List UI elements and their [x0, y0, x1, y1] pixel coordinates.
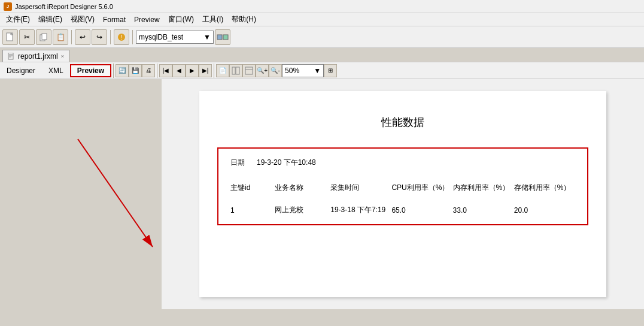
- subtab-designer-label: Designer: [7, 67, 35, 75]
- title-bar: J Jaspersoft iReport Designer 5.6.0: [0, 0, 644, 13]
- app-logo: J: [4, 2, 12, 11]
- page-layout-button[interactable]: [229, 64, 242, 77]
- menu-window[interactable]: 窗口(W): [165, 13, 198, 26]
- svg-text:!: !: [121, 34, 123, 41]
- subtab-xml-label: XML: [48, 67, 63, 75]
- separator-6: [214, 64, 214, 78]
- new-button[interactable]: [2, 29, 18, 45]
- logo-icon: J: [7, 4, 9, 9]
- subtab-preview[interactable]: Preview: [70, 64, 111, 77]
- menu-file[interactable]: 文件(E): [2, 13, 34, 26]
- cell-time-0: 19-3-18 下午7:19: [330, 205, 391, 215]
- tab-bar: report1.jrxml ×: [0, 48, 644, 62]
- app-title: Jaspersoft iReport Designer 5.6.0: [15, 3, 113, 10]
- last-page-button[interactable]: ▶|: [199, 64, 212, 77]
- cell-id-0: 1: [230, 206, 275, 215]
- menu-bar: 文件(E) 编辑(E) 视图(V) Format Preview 窗口(W) 工…: [0, 13, 644, 26]
- db-connect-button[interactable]: [215, 29, 230, 45]
- zoom-in-button[interactable]: 🔍+: [256, 64, 269, 77]
- refresh-button[interactable]: 🔄: [116, 64, 129, 77]
- menu-help[interactable]: 帮助(H): [228, 13, 260, 26]
- report-page: 性能数据 日期 19-3-20 下午10:48 主键id 业务名称 采集时间 C…: [199, 91, 606, 297]
- tab-close-button[interactable]: ×: [61, 53, 64, 59]
- paste-button[interactable]: 📋: [53, 29, 68, 45]
- report-tab-label: report1.jrxml: [18, 52, 58, 61]
- main-area: 性能数据 日期 19-3-20 下午10:48 主键id 业务名称 采集时间 C…: [0, 79, 644, 309]
- header-cpu: CPU利用率（%）: [391, 183, 452, 193]
- svg-rect-3: [42, 34, 47, 40]
- main-toolbar: ✂ 📋 ↩ ↪ ! mysqlDB_test ▼: [0, 26, 644, 48]
- report-title: 性能数据: [217, 115, 588, 129]
- page-format-button[interactable]: 📄: [216, 64, 229, 77]
- svg-line-17: [78, 139, 153, 247]
- separator-3: [132, 30, 133, 44]
- menu-tools[interactable]: 工具(I): [199, 13, 227, 26]
- cell-cpu-0: 65.0: [391, 206, 452, 215]
- menu-view[interactable]: 视图(V): [67, 13, 98, 26]
- header-time: 采集时间: [330, 183, 391, 193]
- separator-1: [71, 30, 72, 44]
- separator-2: [110, 30, 111, 44]
- subtab-preview-label: Preview: [77, 67, 104, 75]
- separator-5: [157, 64, 157, 78]
- save-preview-button[interactable]: 💾: [129, 64, 142, 77]
- subtab-designer[interactable]: Designer: [0, 64, 42, 77]
- date-row: 日期 19-3-20 下午10:48: [230, 158, 575, 168]
- menu-format[interactable]: Format: [99, 14, 129, 25]
- header-row: 主键id 业务名称 采集时间 CPU利用率（%） 内存利用率（%） 存储利用率（…: [230, 183, 575, 193]
- cell-mem-0: 33.0: [453, 206, 514, 215]
- undo-button[interactable]: ↩: [75, 29, 90, 45]
- db-dropdown[interactable]: mysqlDB_test ▼: [136, 31, 214, 44]
- zoom-actual-button[interactable]: ⊞: [324, 64, 337, 77]
- left-panel: [0, 79, 162, 309]
- print-button[interactable]: 🖨: [142, 64, 155, 77]
- zoom-out-button[interactable]: 🔍-: [269, 64, 282, 77]
- header-id: 主键id: [230, 183, 275, 193]
- annotation-arrow: [0, 79, 162, 309]
- next-page-button[interactable]: ▶: [186, 64, 199, 77]
- db-value: mysqlDB_test: [139, 33, 183, 41]
- date-value: 19-3-20 下午10:48: [257, 158, 316, 168]
- svg-rect-12: [232, 67, 235, 74]
- svg-rect-7: [223, 35, 228, 40]
- run-button[interactable]: !: [114, 29, 129, 45]
- zoom-select[interactable]: 50% ▼: [282, 64, 324, 77]
- zoom-value: 50%: [285, 67, 299, 75]
- date-label: 日期: [230, 158, 245, 168]
- right-panel: 性能数据 日期 19-3-20 下午10:48 主键id 业务名称 采集时间 C…: [162, 79, 644, 309]
- subtab-preview-bar: Designer XML Preview 🔄 💾 🖨 |◀ ◀ ▶ ▶| 📄 🔍…: [0, 62, 644, 79]
- menu-preview[interactable]: Preview: [130, 14, 163, 25]
- redo-button[interactable]: ↪: [92, 29, 107, 45]
- prev-page-button[interactable]: ◀: [172, 64, 186, 77]
- copy-button[interactable]: [36, 29, 51, 45]
- svg-rect-13: [236, 67, 239, 74]
- cell-name-0: 网上党校: [275, 205, 330, 215]
- svg-rect-6: [217, 35, 222, 40]
- zoom-arrow: ▼: [314, 67, 321, 75]
- first-page-button[interactable]: |◀: [159, 64, 172, 77]
- subtab-xml[interactable]: XML: [42, 64, 70, 77]
- cell-stor-0: 20.0: [514, 206, 575, 215]
- separator-4: [113, 64, 114, 78]
- table-row: 1 网上党校 19-3-18 下午7:19 65.0 33.0 20.0: [230, 205, 575, 215]
- cut-button[interactable]: ✂: [19, 29, 35, 45]
- report-section: 日期 19-3-20 下午10:48 主键id 业务名称 采集时间 CPU利用率…: [217, 147, 588, 225]
- menu-edit[interactable]: 编辑(E): [35, 13, 66, 26]
- page-settings-button[interactable]: [242, 64, 256, 77]
- header-mem: 内存利用率（%）: [453, 183, 514, 193]
- svg-rect-14: [245, 67, 253, 74]
- header-stor: 存储利用率（%）: [514, 183, 575, 193]
- report-tab[interactable]: report1.jrxml ×: [2, 50, 69, 62]
- header-name: 业务名称: [275, 183, 330, 193]
- db-dropdown-arrow: ▼: [203, 33, 211, 41]
